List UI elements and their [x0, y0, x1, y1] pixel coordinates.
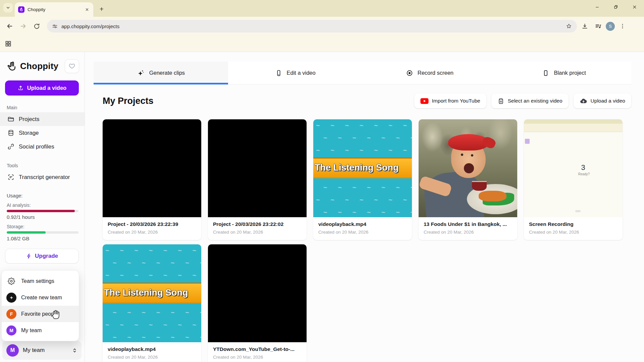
team-name: My team [23, 347, 68, 354]
brand-name: Choppity [20, 61, 65, 71]
ai-usage-value: 0.92/1 hours [7, 214, 78, 220]
menu-item-my-team[interactable]: MMy team [2, 322, 79, 339]
sidebar-item-transcript-generator[interactable]: Transcript generator [0, 170, 85, 184]
site-info-icon[interactable] [52, 23, 58, 29]
banner-text: The Listening Song [315, 163, 399, 173]
sidebar-section: MainProjectsStorageSocial profiles [0, 105, 85, 154]
site-favicon-icon [18, 6, 24, 13]
action-button-label: Select an existing video [508, 98, 562, 104]
tab-edit-a-video[interactable]: Edit a video [228, 62, 363, 84]
upgrade-button[interactable]: Upgrade [5, 249, 79, 263]
team-dropdown-menu: Team settings+Create new teamFFavorite p… [1, 270, 79, 341]
project-card-meta: Screen RecordingCreated on 20 Mar, 2026 [524, 217, 623, 240]
project-card[interactable]: Project - 20/03/2026 23:22:39Created on … [103, 119, 201, 240]
restore-button[interactable] [606, 0, 625, 14]
upgrade-label: Upgrade [35, 253, 58, 259]
upload-a-video-button[interactable]: Upload a video [574, 94, 631, 108]
tab-search-button[interactable] [3, 3, 13, 12]
upload-icon [17, 85, 24, 91]
usage-panel: Usage: AI analysis: 0.92/1 hours Storage… [7, 193, 78, 241]
project-title: YTDown.com_YouTube_Get-to-... [213, 346, 302, 352]
menu-item-favorite-people[interactable]: FFavorite people [2, 306, 79, 322]
tab-record-screen[interactable]: Record screen [363, 62, 497, 84]
menu-item-avatar: F [6, 309, 16, 319]
browser-menu-icon[interactable] [617, 20, 628, 32]
sidebar-item-projects[interactable]: Projects [0, 112, 85, 126]
sidebar-item-label: Transcript generator [19, 174, 70, 181]
menu-item-create-new-team[interactable]: +Create new team [2, 289, 79, 306]
favorites-button[interactable] [65, 59, 79, 73]
sidebar-item-social-profiles[interactable]: Social profiles [0, 140, 85, 154]
action-button-label: Upload a video [591, 98, 625, 104]
project-title: videoplayback.mp4 [318, 221, 407, 227]
ai-progress-track [7, 210, 78, 212]
url-bar[interactable]: app.choppity.com/projects [47, 20, 577, 33]
minimize-button[interactable] [588, 0, 606, 14]
main-content: Generate clipsEdit a videoRecord screenB… [85, 52, 644, 362]
forward-button[interactable] [17, 20, 29, 32]
menu-item-label: Team settings [21, 278, 54, 284]
project-thumbnail [208, 244, 307, 342]
sidebar-section-label: Main [7, 105, 85, 110]
tab-blank-project[interactable]: Blank project [497, 62, 631, 84]
bookmark-star-icon[interactable] [566, 23, 572, 29]
project-thumbnail [208, 119, 307, 217]
countdown-ready-text: Ready? [578, 172, 590, 176]
screenshot-toolbar-bar [524, 124, 623, 132]
screenshot-purple-square [525, 139, 530, 144]
screenshot-footer-mark [575, 210, 581, 212]
browser-toolbar: app.choppity.com/projects S [0, 17, 644, 36]
new-tab-button[interactable]: + [97, 4, 107, 14]
project-card[interactable]: YTDown.com_YouTube_Get-to-...Created on … [208, 244, 307, 362]
action-button-label: Import from YouTube [432, 98, 480, 104]
storage-usage-value: 1.08/2 GB [7, 236, 78, 241]
title-banner: The Listening Song [313, 158, 412, 178]
record-icon [406, 69, 413, 77]
browser-tab-strip: Choppity + [0, 0, 644, 17]
menu-item-label: Favorite people [21, 311, 58, 317]
title-banner: The Listening Song [103, 283, 201, 303]
reload-button[interactable] [31, 20, 42, 32]
close-button[interactable] [625, 0, 644, 14]
browser-tab[interactable]: Choppity [15, 2, 93, 17]
project-created-date: Created on 20 Mar, 2026 [213, 355, 302, 360]
project-thumbnail: ~ ~ ~ ~ ~ ~ ~ ~~ ~ ~ ~ ~ ~ ~ ~~ ~ ~ ~ ~ … [313, 119, 412, 217]
tab-close-icon[interactable] [84, 7, 90, 13]
tab-groups-grid-icon[interactable] [5, 40, 12, 47]
youtube-icon [420, 98, 429, 104]
project-card[interactable]: ~ ~ ~ ~ ~ ~ ~ ~~ ~ ~ ~ ~ ~ ~ ~~ ~ ~ ~ ~ … [313, 119, 412, 240]
menu-item-avatar: + [6, 293, 16, 303]
project-title: Screen Recording [529, 221, 618, 227]
select-an-existing-video-button[interactable]: Select an existing video [491, 94, 569, 108]
chevron-updown-icon [72, 348, 77, 353]
project-card-meta: videoplayback.mp4Created on 20 Mar, 2026 [313, 217, 412, 240]
tab-generate-clips[interactable]: Generate clips [94, 62, 228, 84]
project-card[interactable]: 3Ready?Screen RecordingCreated on 20 Mar… [524, 119, 623, 240]
ai-analysis-label: AI analysis: [7, 202, 78, 208]
blank-icon [542, 69, 549, 77]
project-title: Project - 20/03/2026 23:22:02 [213, 221, 302, 227]
storage-progress-track [7, 231, 78, 234]
url-text: app.choppity.com/projects [61, 23, 562, 29]
project-card[interactable]: ~ ~ ~ ~ ~ ~ ~ ~~ ~ ~ ~ ~ ~ ~ ~~ ~ ~ ~ ~ … [103, 244, 201, 362]
browser-profile-avatar[interactable]: S [606, 22, 615, 31]
choppity-app: Choppity Upload a video MainProjectsStor… [0, 52, 644, 362]
tab-label: Edit a video [287, 70, 316, 76]
project-created-date: Created on 20 Mar, 2026 [108, 355, 196, 360]
media-playlist-icon[interactable] [592, 20, 604, 32]
menu-item-label: My team [21, 327, 42, 334]
back-button[interactable] [4, 20, 15, 32]
upload-video-button[interactable]: Upload a video [5, 80, 79, 96]
tab-label: Record screen [418, 70, 453, 76]
project-card[interactable]: Project - 20/03/2026 23:22:02Created on … [208, 119, 307, 240]
project-card[interactable]: 13 Foods Under $1 in Bangkok, ...Created… [419, 119, 517, 240]
import-from-youtube-button[interactable]: Import from YouTube [414, 94, 486, 108]
project-thumbnail [103, 119, 201, 217]
downloads-icon[interactable] [579, 20, 590, 32]
project-actions: Import from YouTubeSelect an existing vi… [414, 94, 631, 108]
team-switcher[interactable]: M My team [2, 341, 82, 360]
sidebar-item-storage[interactable]: Storage [0, 126, 85, 140]
project-type-tabs: Generate clipsEdit a videoRecord screenB… [94, 62, 631, 84]
project-card-meta: 13 Foods Under $1 in Bangkok, ...Created… [419, 217, 517, 240]
menu-item-team-settings[interactable]: Team settings [2, 273, 79, 289]
